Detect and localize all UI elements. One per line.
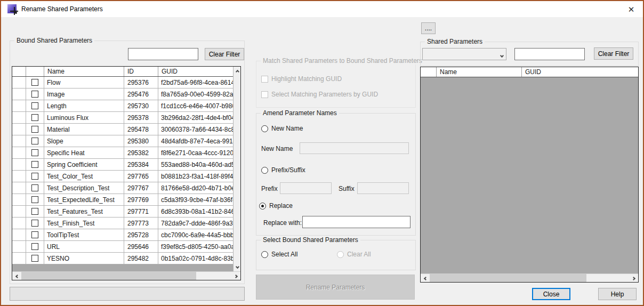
row-name-cell[interactable]: Test_Finish_Test (44, 218, 124, 229)
bound-table-vscrollbar[interactable] (233, 67, 240, 271)
row-guid-cell[interactable]: b0881b23-f3a1-418f-89f4-3 (158, 171, 233, 182)
row-checkbox-cell[interactable] (26, 159, 44, 170)
row-checkbox-cell[interactable] (26, 77, 44, 88)
row-guid-cell[interactable]: f39ef8c5-d805-4250-aa0a-3 (158, 241, 233, 252)
row-guid-cell[interactable]: 553aed88-b40a-460d-ad59 (158, 159, 233, 170)
row-name-cell[interactable]: Test_Color_Test (44, 171, 124, 182)
row-guid-cell[interactable]: f8f6e271-0caa-4ccc-9120-f (158, 147, 233, 158)
row-guid-cell[interactable]: 3b296da2-28f1-4de4-bf04-c (158, 112, 233, 123)
row-guid-cell[interactable]: cbc7090c-6a9e-44a5-bbb7 (158, 229, 233, 240)
row-name-cell[interactable]: Test_ExpectedLife_Test (44, 194, 124, 205)
row-name-cell[interactable]: Spring Coefficient (44, 159, 124, 170)
row-id-cell[interactable]: 295482 (124, 253, 158, 264)
header-name[interactable]: Name (44, 67, 124, 76)
row-id-cell[interactable]: 297767 (124, 182, 158, 194)
row-checkbox-cell[interactable] (26, 218, 44, 229)
row-checkbox[interactable] (31, 138, 38, 144)
row-header-cell[interactable] (12, 135, 26, 147)
row-id-cell[interactable]: 295478 (124, 124, 158, 135)
suffix-input[interactable] (357, 182, 409, 194)
close-button[interactable]: Close (532, 288, 570, 300)
row-checkbox-cell[interactable] (26, 194, 44, 205)
header-guid[interactable]: GUID (158, 67, 233, 76)
row-checkbox-cell[interactable] (26, 100, 44, 111)
row-guid-cell[interactable]: f2bd75a6-96f8-4cea-8614-e (158, 77, 233, 88)
bound-clear-filter-button[interactable]: Clear Filter (205, 48, 244, 60)
row-checkbox-cell[interactable] (26, 206, 44, 217)
row-checkbox[interactable] (31, 149, 38, 156)
row-header-cell[interactable] (12, 88, 26, 100)
replace-with-input[interactable] (302, 216, 410, 228)
row-header-cell[interactable] (12, 112, 26, 123)
row-id-cell[interactable]: 297773 (124, 218, 158, 229)
row-id-cell[interactable]: 295476 (124, 88, 158, 100)
row-name-cell[interactable]: Test_Features_Test (44, 206, 124, 217)
row-guid-cell[interactable]: 30060378-7a66-4434-8c81 (158, 124, 233, 135)
browse-shared-parameters-button[interactable]: .... (421, 22, 436, 34)
row-checkbox[interactable] (31, 126, 38, 133)
row-header-cell[interactable] (12, 241, 26, 252)
row-checkbox[interactable] (31, 255, 38, 262)
row-checkbox-cell[interactable] (26, 112, 44, 123)
select-all-radio[interactable] (261, 251, 268, 258)
row-header-cell[interactable] (12, 206, 26, 217)
row-name-cell[interactable]: URL (44, 241, 124, 252)
row-id-cell[interactable]: 295380 (124, 135, 158, 147)
new-name-radio[interactable] (261, 125, 268, 132)
row-checkbox-cell[interactable] (26, 124, 44, 135)
row-checkbox[interactable] (31, 220, 38, 227)
row-checkbox[interactable] (31, 196, 38, 203)
row-id-cell[interactable]: 297771 (124, 206, 158, 217)
row-id-cell[interactable]: 295728 (124, 229, 158, 240)
row-guid-cell[interactable]: f1cd1cc6-e46e-4007-b980- (158, 100, 233, 111)
row-checkbox[interactable] (31, 114, 38, 121)
row-name-cell[interactable]: Length (44, 100, 124, 111)
row-header-cell[interactable] (12, 253, 26, 264)
row-name-cell[interactable]: YESNO (44, 253, 124, 264)
row-checkbox-cell[interactable] (26, 171, 44, 182)
prefix-suffix-radio[interactable] (261, 167, 268, 174)
bound-table-hscrollbar[interactable] (12, 271, 240, 280)
scroll-down-button[interactable] (234, 263, 241, 271)
row-checkbox[interactable] (31, 173, 38, 180)
row-name-cell[interactable]: ToolTipTest (44, 229, 124, 240)
bound-filter-input[interactable] (128, 48, 198, 60)
shared-table-hscrollbar[interactable] (421, 273, 638, 282)
row-name-cell[interactable]: Image (44, 88, 124, 100)
row-guid-cell[interactable]: c5da3f93-9cbe-47af-b36f-4 (158, 194, 233, 205)
clear-all-radio[interactable] (337, 251, 344, 258)
row-id-cell[interactable]: 295646 (124, 241, 158, 252)
row-header-cell[interactable] (12, 218, 26, 229)
row-checkbox[interactable] (31, 161, 38, 168)
prefix-input[interactable] (280, 182, 332, 194)
row-checkbox[interactable] (31, 91, 38, 98)
help-button[interactable]: Help (598, 288, 637, 300)
hscroll-thumb[interactable] (21, 272, 196, 280)
row-checkbox-cell[interactable] (26, 253, 44, 264)
row-id-cell[interactable]: 297765 (124, 171, 158, 182)
shared-filter-input[interactable] (514, 48, 585, 60)
row-checkbox[interactable] (31, 243, 38, 250)
select-matching-guid-checkbox[interactable] (261, 91, 268, 98)
row-header-cell[interactable] (12, 100, 26, 111)
row-name-cell[interactable]: Specific Heat (44, 147, 124, 158)
row-checkbox[interactable] (31, 79, 38, 86)
shared-clear-filter-button[interactable]: Clear Filter (594, 47, 633, 60)
header-guid[interactable]: GUID (522, 67, 638, 77)
row-id-cell[interactable]: 295382 (124, 147, 158, 158)
scroll-right-button[interactable] (630, 274, 638, 283)
row-header-cell[interactable] (12, 194, 26, 205)
row-header-cell[interactable] (12, 124, 26, 135)
row-name-cell[interactable]: Slope (44, 135, 124, 147)
row-header-cell[interactable] (12, 229, 26, 240)
row-header-cell[interactable] (12, 147, 26, 158)
replace-radio[interactable] (259, 203, 266, 210)
row-guid-cell[interactable]: 48d4afdb-87e7-4eca-9914- (158, 135, 233, 147)
row-checkbox-cell[interactable] (26, 229, 44, 240)
row-name-cell[interactable]: Material (44, 124, 124, 135)
row-checkbox-cell[interactable] (26, 135, 44, 147)
row-header-cell[interactable] (12, 171, 26, 182)
rename-parameters-button[interactable]: Rename Parameters (256, 275, 415, 300)
row-id-cell[interactable]: 295384 (124, 159, 158, 170)
row-name-cell[interactable]: Flow (44, 77, 124, 88)
